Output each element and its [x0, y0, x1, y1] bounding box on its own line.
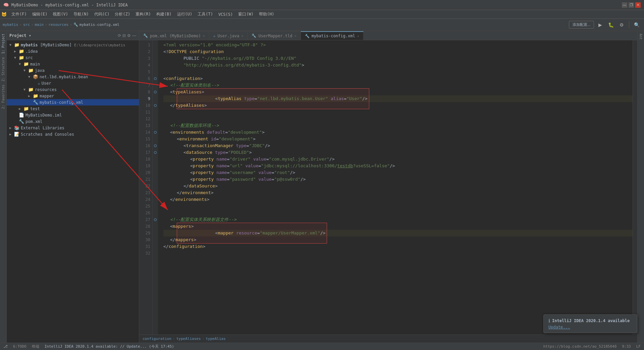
todo-item[interactable]: 6:TODO — [13, 344, 26, 349]
tree-java[interactable]: ▼ 📁 java — [7, 67, 139, 74]
gutter-8[interactable] — [153, 89, 158, 95]
tree-src[interactable]: ▼ 📁 src — [7, 54, 139, 61]
settings-icon[interactable]: ⚙ — [127, 33, 131, 38]
gutter-27[interactable] — [153, 216, 158, 223]
bc-src[interactable]: src — [23, 23, 30, 27]
terminal-item[interactable]: 终端 — [32, 344, 39, 349]
tree-mybatis[interactable]: ▼ 📁 mybatis [MyBatisDemo] E:\ideaproject… — [7, 42, 139, 48]
collapse-icon[interactable]: ⊟ — [122, 33, 126, 38]
menu-tools[interactable]: 工具(T) — [195, 11, 216, 18]
toggle-extlibs[interactable]: ▶ — [9, 126, 14, 130]
tab-pom[interactable]: 🔧 pom.xml (MyBatisDemo) ✕ — [139, 31, 209, 40]
search-button[interactable]: 🔍 — [632, 20, 641, 30]
toggle-scratches[interactable]: ▶ — [9, 132, 14, 136]
sync-icon[interactable]: ⟳ — [118, 33, 121, 38]
tree-mapper[interactable]: ▶ 📁 mapper — [7, 93, 139, 99]
toggle-resources[interactable]: ▼ — [23, 88, 28, 91]
folder-icon-mapper: 📁 — [33, 93, 38, 98]
menu-file[interactable]: 文件(F) — [9, 11, 30, 18]
tree-idea[interactable]: ▶ 📁 .idea — [7, 48, 139, 54]
update-link[interactable]: Update... — [548, 325, 570, 330]
menu-run[interactable]: 运行(U) — [174, 11, 195, 18]
close-user-tab[interactable]: ✕ — [241, 34, 243, 38]
tree-pom[interactable]: ▶ 🔧 pom.xml — [7, 118, 139, 125]
gutter-10[interactable] — [153, 102, 158, 109]
toggle-java[interactable]: ▼ — [23, 69, 28, 72]
linenum-11: 11 — [139, 109, 152, 116]
menu-help[interactable]: 帮助(H) — [256, 11, 277, 18]
linenum-17: 17 — [139, 149, 152, 156]
gutter-17[interactable] — [153, 149, 158, 156]
close-sidebar-icon[interactable]: — — [132, 33, 136, 38]
code-line-6: <configuration> — [163, 75, 633, 82]
menu-refactor[interactable]: 重构(R) — [133, 11, 154, 18]
sidebar-toolbar[interactable]: ⟳ ⊟ ⚙ — — [118, 33, 136, 38]
package-icon: 📦 — [33, 74, 38, 79]
gutter-6[interactable] — [153, 75, 158, 82]
code-editor[interactable]: <?xml version="1.0" encoding="UTF-8" ?> … — [158, 40, 633, 335]
gutter-14[interactable] — [153, 129, 158, 136]
linenum-21: 21 — [139, 176, 152, 183]
menu-analyze[interactable]: 分析(Z) — [112, 11, 133, 18]
settings-button[interactable]: ⚙ — [617, 20, 626, 30]
toggle-src[interactable]: ▼ — [14, 56, 19, 59]
bc-typeAliases[interactable]: typeAliases — [176, 337, 201, 341]
menu-view[interactable]: 视图(V) — [50, 11, 71, 18]
blog-link[interactable]: https://blog.csdn.net/ao_52185040 — [543, 344, 617, 349]
tree-user[interactable]: ▶ ☕ User — [7, 80, 139, 86]
linenum-8: 8 — [139, 89, 152, 95]
toggle-mapper[interactable]: ▶ — [28, 94, 33, 98]
toggle-main[interactable]: ▼ — [19, 62, 23, 66]
tab-usermapper[interactable]: 🔧 UserMapper.tld ✕ — [248, 31, 301, 40]
bc-typeAlias[interactable]: typeAlias — [206, 337, 226, 341]
tree-resources[interactable]: ▼ 📁 resources — [7, 86, 139, 93]
label-test: test — [30, 106, 40, 111]
structure-vtab[interactable]: Z: Structure — [1, 56, 6, 83]
toggle-mybatis[interactable]: ▼ — [9, 43, 14, 47]
tree-test[interactable]: ▶ 📁 test — [7, 105, 139, 112]
bc-configuration[interactable]: configuration — [143, 337, 171, 341]
maximize-button[interactable]: ❐ — [629, 2, 634, 8]
menu-nav[interactable]: 导航(N) — [71, 11, 92, 18]
add-config-button[interactable]: 添加配置... — [569, 21, 594, 29]
bc-config[interactable]: mybatis-config.xml — [79, 23, 119, 27]
gutter-16[interactable] — [153, 142, 158, 149]
tab-user[interactable]: ☕ User.java ✕ — [209, 31, 248, 40]
favorites-vtab[interactable]: 2: Favorites — [1, 83, 6, 110]
window-controls[interactable]: — ❐ ✕ — [622, 2, 641, 8]
close-button[interactable]: ✕ — [635, 2, 641, 8]
tab-mybatisconfig[interactable]: 🔧 mybatis-config.xml ✕ — [301, 31, 364, 40]
mybatisconfig-tab-icon: 🔧 — [305, 34, 310, 38]
toggle-idea[interactable]: ▶ — [14, 49, 19, 53]
tree-extlibs[interactable]: ▶ 📚 External Libraries — [7, 125, 139, 131]
menu-build[interactable]: 构建(B) — [154, 11, 174, 18]
close-pom-tab[interactable]: ✕ — [203, 34, 205, 38]
close-usermapper-tab[interactable]: ✕ — [294, 34, 297, 38]
gutter-11 — [153, 109, 158, 116]
bc-mybatis[interactable]: mybatis — [3, 23, 18, 27]
menu-edit[interactable]: 编辑(E) — [30, 11, 50, 18]
toggle-bean[interactable]: ▼ — [28, 75, 33, 79]
project-vtab[interactable]: 1: Project — [1, 32, 6, 55]
minimize-button[interactable]: — — [622, 2, 627, 8]
menu-code[interactable]: 代码(C) — [92, 11, 112, 18]
run-button[interactable]: ▶ — [595, 20, 605, 30]
scrollbar-vertical[interactable] — [633, 40, 637, 335]
tree-mybatisdemo-iml[interactable]: ▶ 📄 MyBatisDemo.iml — [7, 112, 139, 118]
notification-title: IntelliJ IDEA 2020.1.4 available — [552, 318, 630, 323]
tree-mybatisconfig[interactable]: ▶ 🔧 mybatis-config.xml — [7, 99, 139, 105]
ant-vtab[interactable]: Ant — [638, 31, 643, 42]
toggle-test[interactable]: ▶ — [19, 107, 23, 111]
tree-main[interactable]: ▼ 📁 main — [7, 61, 139, 67]
tree-scratches[interactable]: ▶ 📝 Scratches and Consoles — [7, 131, 139, 137]
folder-icon: 📁 — [14, 42, 19, 47]
menu-vcs[interactable]: VCS(S) — [216, 11, 235, 17]
debug-button[interactable]: 🐛 — [606, 20, 615, 30]
close-mybatisconfig-tab[interactable]: ✕ — [357, 34, 359, 38]
tree-bean[interactable]: ▼ 📦 net.lbd.mybatis.bean — [7, 74, 139, 80]
folder-icon-test: 📁 — [23, 106, 29, 111]
bc-resources[interactable]: resources — [49, 23, 69, 27]
menu-window[interactable]: 窗口(W) — [235, 11, 256, 18]
update-notification[interactable]: IntelliJ IDEA 2020.1.4 available: // Upd… — [45, 344, 174, 349]
bc-main[interactable]: main — [35, 23, 44, 27]
